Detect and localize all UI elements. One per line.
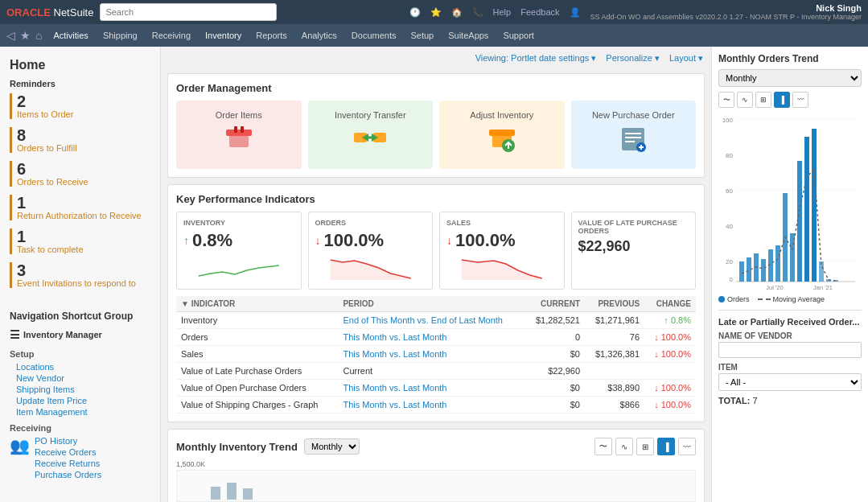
setup-link-update-item-price[interactable]: Update Item Price <box>16 396 150 405</box>
nav-analytics[interactable]: Analytics <box>295 27 343 43</box>
receiving-link-receive-orders[interactable]: Receive Orders <box>35 447 101 457</box>
nav-bar: ◁ ★ ⌂ Activities Shipping Receiving Inve… <box>0 24 868 47</box>
chart-icon-area[interactable]: ∿ <box>615 438 633 455</box>
tile-label-order-items: Order Items <box>216 110 262 120</box>
receiving-link-po-history[interactable]: PO History <box>35 436 101 446</box>
setup-link-new-vendor[interactable]: New Vendor <box>16 373 150 383</box>
reminder-link-6[interactable]: Event Invitations to respond to <box>17 278 136 288</box>
setup-link-shipping-items[interactable]: Shipping Items <box>16 385 150 394</box>
kpi-sales-chart <box>446 256 557 280</box>
reminder-link-2[interactable]: Orders to Fulfill <box>17 143 77 153</box>
table-row: Inventory End of This Month vs. End of L… <box>176 312 696 329</box>
feedback-link[interactable]: Feedback <box>520 7 559 17</box>
hamburger-icon: ☰ <box>10 328 20 341</box>
layout-link[interactable]: Layout ▾ <box>669 53 703 64</box>
personalize-link[interactable]: Personalize ▾ <box>606 53 660 64</box>
kpi-table: ▼ INDICATOR PERIOD CURRENT PREVIOUS CHAN… <box>176 296 696 414</box>
td-current-sales: $0 <box>525 346 585 363</box>
chart-icon-bar[interactable]: ▐ <box>657 438 675 455</box>
star-icon[interactable]: ⭐ <box>430 7 442 18</box>
search-input[interactable] <box>100 3 277 21</box>
favorites-nav-icon[interactable]: ★ <box>20 29 31 42</box>
monthly-trend-select[interactable]: Monthly Weekly Daily <box>304 438 360 455</box>
legend-orders: Orders <box>718 295 750 303</box>
nav-reports[interactable]: Reports <box>249 27 294 43</box>
user-info: Nick Singh SS Add-On WO and Assemblies v… <box>590 3 862 21</box>
orders-trend-section: Monthly Orders Trend Monthly Weekly Dail… <box>718 53 862 303</box>
panel-icon-area[interactable]: ∿ <box>737 92 753 108</box>
reminder-link-4[interactable]: Return Authorization to Receive <box>17 211 142 220</box>
tile-new-purchase-order[interactable]: New Purchase Order <box>571 101 697 169</box>
setup-link-item-management[interactable]: Item Management <box>16 407 150 417</box>
period-link-orders[interactable]: This Month vs. Last Month <box>343 332 446 342</box>
kpi-title: Key Performance Indicators <box>176 193 696 205</box>
reminders-title: Reminders <box>10 79 150 88</box>
viewing-link[interactable]: Viewing: Portlet date settings ▾ <box>475 53 597 64</box>
chart-icon-table[interactable]: ⊞ <box>636 438 654 455</box>
clock-icon[interactable]: 🕐 <box>409 7 421 18</box>
td-period-shipping: This Month vs. Last Month <box>338 397 525 414</box>
panel-icon-line2[interactable]: 〰 <box>792 92 808 108</box>
receiving-link-receive-returns[interactable]: Receive Returns <box>35 459 101 468</box>
back-icon[interactable]: ◁ <box>6 29 15 42</box>
nav-activities[interactable]: Activities <box>47 27 94 43</box>
td-change-inventory: ↑ 0.8% <box>644 312 696 329</box>
nav-receiving[interactable]: Receiving <box>146 27 197 43</box>
home-nav-icon[interactable]: ⌂ <box>35 29 42 42</box>
nav-inventory[interactable]: Inventory <box>199 27 248 43</box>
period-link-inventory[interactable]: End of This Month vs. End of Last Month <box>343 315 503 325</box>
tile-adjust-inventory[interactable]: Adjust Inventory <box>439 101 565 169</box>
orders-trend-select[interactable]: Monthly Weekly Daily <box>718 69 862 87</box>
header-actions: Viewing: Portlet date settings ▾ Persona… <box>475 53 703 64</box>
sort-indicator-icon[interactable]: ▼ <box>181 299 189 308</box>
chart-icon-line2[interactable]: 〰 <box>678 438 696 455</box>
reminder-link-5[interactable]: Task to complete <box>17 245 84 254</box>
panel-icon-bar[interactable]: ▐ <box>774 92 790 108</box>
reminder-item-2: 8 Orders to Fulfill <box>10 127 150 153</box>
phone-icon[interactable]: 📞 <box>472 7 483 18</box>
nav-suiteapps[interactable]: SuiteApps <box>442 27 495 43</box>
svg-text:Jan '21: Jan '21 <box>813 284 833 290</box>
reminder-item-3: 6 Orders to Receive <box>10 161 150 187</box>
th-indicator[interactable]: ▼ INDICATOR <box>176 296 338 312</box>
tile-order-items[interactable]: Order Items <box>176 101 302 169</box>
kpi-inventory-chart <box>183 256 294 280</box>
reminder-link-1[interactable]: Items to Order <box>17 109 73 119</box>
table-row: Value of Shipping Charges - Graph This M… <box>176 397 696 414</box>
period-link-shipping[interactable]: This Month vs. Last Month <box>343 400 446 409</box>
nav-documents[interactable]: Documents <box>345 27 403 43</box>
td-indicator-inventory: Inventory <box>176 312 338 329</box>
nav-shipping[interactable]: Shipping <box>97 27 144 43</box>
nav-setup[interactable]: Setup <box>404 27 440 43</box>
tile-inventory-transfer[interactable]: Inventory Transfer <box>308 101 434 169</box>
receiving-links: PO History Receive Orders Receive Return… <box>35 436 101 479</box>
td-current-shipping: $0 <box>525 397 585 414</box>
panel-icon-line[interactable]: 〜 <box>718 92 734 108</box>
item-select[interactable]: - All - <box>718 373 862 391</box>
kpi-sales: SALES ↓100.0% <box>439 212 565 290</box>
td-period-orders: This Month vs. Last Month <box>338 329 525 346</box>
td-previous-late-po <box>585 363 644 380</box>
top-icons: 🕐 ⭐ 🏠 📞 Help Feedback 👤 Nick Singh SS Ad… <box>409 3 862 21</box>
reminder-link-3[interactable]: Orders to Receive <box>17 177 88 187</box>
inv-manager-link[interactable]: ☰ Inventory Manager <box>10 327 150 346</box>
total-label: TOTAL: <box>718 396 750 405</box>
svg-text:20: 20 <box>726 258 733 265</box>
legend-moving-avg: Moving Average <box>758 295 825 303</box>
svg-rect-21 <box>243 488 253 500</box>
nav-support[interactable]: Support <box>496 27 541 43</box>
help-link[interactable]: Help <box>493 7 512 17</box>
panel-icon-table[interactable]: ⊞ <box>755 92 771 108</box>
setup-link-locations[interactable]: Locations <box>16 362 150 372</box>
home-icon[interactable]: 🏠 <box>451 7 463 18</box>
setup-section: Setup Locations New Vendor Shipping Item… <box>0 349 160 486</box>
receiving-link-purchase-orders[interactable]: Purchase Orders <box>35 470 101 479</box>
user-icon[interactable]: 👤 <box>570 7 581 18</box>
chart-icon-group: 〜 ∿ ⊞ ▐ 〰 <box>594 438 696 455</box>
period-link-sales[interactable]: This Month vs. Last Month <box>343 349 446 359</box>
chart-icon-line[interactable]: 〜 <box>594 438 612 455</box>
svg-rect-3 <box>241 126 244 133</box>
vendor-input[interactable] <box>718 342 862 358</box>
period-link-open-po[interactable]: This Month vs. Last Month <box>343 383 446 393</box>
item-form-group: ITEM - All - <box>718 363 862 391</box>
